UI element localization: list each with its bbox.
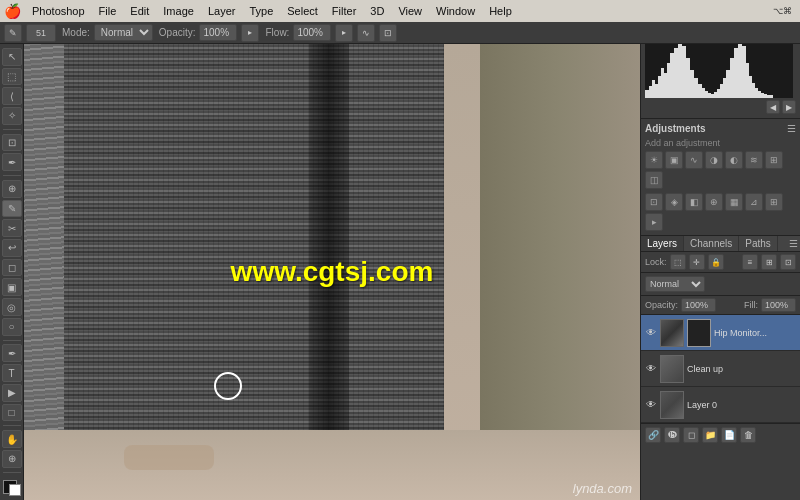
layers-menu-btn[interactable]: ☰ xyxy=(787,236,800,251)
tablet-btn[interactable]: ⊡ xyxy=(379,24,397,42)
vibrance-adj-btn[interactable]: ≋ xyxy=(745,151,763,169)
hist-nav-arrows: ◀ ▶ xyxy=(645,100,796,114)
lock-pixels-btn[interactable]: ⬚ xyxy=(670,254,686,270)
airbrush-btn[interactable]: ∿ xyxy=(357,24,375,42)
brush-tool-btn[interactable]: ✎ xyxy=(4,24,22,42)
mode-select[interactable]: Normal xyxy=(94,24,153,41)
photofilter-adj-btn[interactable]: ⊡ xyxy=(645,193,663,211)
toolbar: ✎ 51 Mode: Normal Opacity: ▸ Flow: ▸ ∿ ⊡ xyxy=(0,22,800,44)
gradient-map-adj-btn[interactable]: ⊿ xyxy=(745,193,763,211)
eyedropper-tool[interactable]: ✒ xyxy=(2,153,22,171)
add-style-btn[interactable]: ⓯ xyxy=(664,427,680,443)
color-swatches[interactable] xyxy=(3,480,21,496)
text-tool[interactable]: T xyxy=(2,364,22,382)
marquee-tool[interactable]: ⬚ xyxy=(2,68,22,86)
threshold-adj-btn[interactable]: ▦ xyxy=(725,193,743,211)
nav-left-btn[interactable]: ◀ xyxy=(766,100,780,114)
size-field[interactable]: 51 xyxy=(26,24,56,42)
layer-2-visibility[interactable]: 👁 xyxy=(645,399,657,411)
layer-mode-select[interactable]: Normal xyxy=(645,276,705,292)
layer-1-visibility[interactable]: 👁 xyxy=(645,363,657,375)
exposure-adj-btn[interactable]: ◑ xyxy=(705,151,723,169)
clone-stamp-tool[interactable]: ✂ xyxy=(2,219,22,237)
fill-row-input[interactable] xyxy=(761,298,796,312)
menu-view[interactable]: View xyxy=(392,3,428,19)
watermark-text: www.cgtsj.com xyxy=(231,256,434,288)
eraser-tool[interactable]: ◻ xyxy=(2,259,22,277)
lock-all-btn[interactable]: 🔒 xyxy=(708,254,724,270)
delete-layer-btn[interactable]: 🗑 xyxy=(740,427,756,443)
menu-image[interactable]: Image xyxy=(157,3,200,19)
canvas-area[interactable]: www.cgtsj.com lynda.com xyxy=(24,44,640,500)
channels-tab[interactable]: Channels xyxy=(684,236,739,251)
flow-btn[interactable]: ▸ xyxy=(335,24,353,42)
adj-icons-row1: ☀ ▣ ∿ ◑ ◐ ≋ ⊞ ◫ xyxy=(645,151,796,189)
menu-window[interactable]: Window xyxy=(430,3,481,19)
zoom-tool[interactable]: ⊕ xyxy=(2,450,22,468)
blur-tool[interactable]: ◎ xyxy=(2,298,22,316)
menu-type[interactable]: Type xyxy=(243,3,279,19)
align-btn[interactable]: ≡ xyxy=(742,254,758,270)
hue-adj-btn[interactable]: ◐ xyxy=(725,151,743,169)
lock-position-btn[interactable]: ✛ xyxy=(689,254,705,270)
menu-edit[interactable]: Edit xyxy=(124,3,155,19)
layers-mode-row: Normal xyxy=(641,273,800,296)
right-panel: Photograph − ☰ Histogram Navigator xyxy=(640,0,800,500)
colorbalance-adj-btn[interactable]: ⊞ xyxy=(765,151,783,169)
extra-adj-btn[interactable]: ▸ xyxy=(645,213,663,231)
posterize-adj-btn[interactable]: ⊕ xyxy=(705,193,723,211)
link-layers-btn[interactable]: 🔗 xyxy=(645,427,661,443)
auto-btn[interactable]: ⊡ xyxy=(780,254,796,270)
menu-3d[interactable]: 3D xyxy=(364,3,390,19)
divider-2 xyxy=(3,175,21,176)
crop-tool[interactable]: ⊡ xyxy=(2,134,22,152)
paths-tab[interactable]: Paths xyxy=(739,236,778,251)
new-layer-btn[interactable]: 📄 xyxy=(721,427,737,443)
pen-tool[interactable]: ✒ xyxy=(2,344,22,362)
curves-adj-btn[interactable]: ∿ xyxy=(685,151,703,169)
layer-0-visibility[interactable]: 👁 xyxy=(645,327,657,339)
layer-item-0[interactable]: 👁 Hip Monitor... xyxy=(641,315,800,351)
history-brush-tool[interactable]: ↩ xyxy=(2,239,22,257)
menu-layer[interactable]: Layer xyxy=(202,3,242,19)
menu-select[interactable]: Select xyxy=(281,3,324,19)
left-tool-panel: ↖ ⬚ ⟨ ✧ ⊡ ✒ ⊕ ✎ ✂ ↩ ◻ ▣ ◎ ○ ✒ T ▶ □ ✋ ⊕ xyxy=(0,44,24,500)
layers-tab[interactable]: Layers xyxy=(641,236,684,251)
nav-right-btn[interactable]: ▶ xyxy=(782,100,796,114)
menu-file[interactable]: File xyxy=(93,3,123,19)
opacity-input[interactable] xyxy=(199,24,237,41)
background-color[interactable] xyxy=(9,484,21,496)
layer-item-1[interactable]: 👁 Clean up xyxy=(641,351,800,387)
menu-filter[interactable]: Filter xyxy=(326,3,362,19)
layer-2-name: Layer 0 xyxy=(687,400,796,410)
channelmix-adj-btn[interactable]: ◈ xyxy=(665,193,683,211)
add-mask-btn[interactable]: ◻ xyxy=(683,427,699,443)
menu-photoshop[interactable]: Photoshop xyxy=(26,3,91,19)
dodge-tool[interactable]: ○ xyxy=(2,318,22,336)
magic-wand-tool[interactable]: ✧ xyxy=(2,107,22,125)
invert-adj-btn[interactable]: ◧ xyxy=(685,193,703,211)
apple-icon[interactable]: 🍎 xyxy=(4,3,20,19)
new-group-btn[interactable]: 📁 xyxy=(702,427,718,443)
brightness-adj-btn[interactable]: ☀ xyxy=(645,151,663,169)
healing-tool[interactable]: ⊕ xyxy=(2,180,22,198)
shape-tool[interactable]: □ xyxy=(2,404,22,422)
adjustments-title: Adjustments xyxy=(645,123,706,134)
menu-help[interactable]: Help xyxy=(483,3,518,19)
selective-color-adj-btn[interactable]: ⊞ xyxy=(765,193,783,211)
opacity-row-input[interactable] xyxy=(681,298,716,312)
flow-input[interactable] xyxy=(293,24,331,41)
levels-adj-btn[interactable]: ▣ xyxy=(665,151,683,169)
bw-adj-btn[interactable]: ◫ xyxy=(645,171,663,189)
opacity-btn[interactable]: ▸ xyxy=(241,24,259,42)
divider-1 xyxy=(3,129,21,130)
distribute-btn[interactable]: ⊞ xyxy=(761,254,777,270)
adjustments-menu-btn[interactable]: ☰ xyxy=(787,123,796,134)
move-tool[interactable]: ↖ xyxy=(2,48,22,66)
lasso-tool[interactable]: ⟨ xyxy=(2,87,22,105)
gradient-tool[interactable]: ▣ xyxy=(2,278,22,296)
path-selection-tool[interactable]: ▶ xyxy=(2,384,22,402)
brush-tool[interactable]: ✎ xyxy=(2,200,22,218)
layer-item-2[interactable]: 👁 Layer 0 xyxy=(641,387,800,423)
hand-tool[interactable]: ✋ xyxy=(2,430,22,448)
